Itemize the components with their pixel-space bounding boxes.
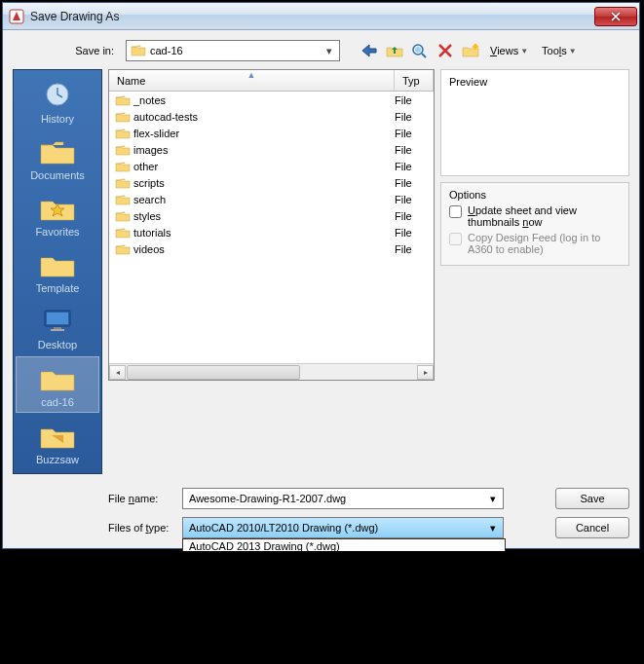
new-folder-icon[interactable] [461, 41, 480, 60]
folder-icon [115, 176, 131, 190]
list-item[interactable]: flex-sliderFile [109, 125, 434, 141]
nav-toolbar [360, 41, 480, 60]
titlebar: Save Drawing As [3, 3, 639, 30]
filetype-combo[interactable]: AutoCAD 2010/LT2010 Drawing (*.dwg) ▾ [182, 517, 504, 538]
preview-title: Preview [449, 76, 621, 88]
folder-icon [38, 134, 77, 167]
views-menu[interactable]: Views▼ [486, 45, 532, 56]
close-button[interactable] [594, 7, 637, 26]
file-type: File [395, 194, 434, 205]
col-type[interactable]: Typ [395, 70, 434, 91]
folder-icon [115, 193, 131, 206]
folder-icon [131, 44, 146, 57]
file-type: File [395, 128, 434, 139]
scroll-left-button[interactable]: ◂ [109, 365, 126, 380]
folder-icon [115, 226, 131, 240]
app-icon [9, 9, 24, 24]
file-list: Name ▲ Typ _notesFileautocad-testsFilefl… [108, 69, 435, 381]
top-row: Save in: cad-16 ▾ Views▼ Tools▼ [13, 36, 629, 69]
folder-icon [115, 209, 131, 223]
list-item[interactable]: _notesFile [109, 92, 434, 108]
folder-icon [115, 160, 131, 173]
filetype-dropdown[interactable]: AutoCAD 2013 Drawing (*.dwg)AutoCAD 2010… [182, 538, 506, 551]
file-name: flex-slider [133, 128, 395, 139]
svg-rect-8 [51, 329, 64, 331]
update-thumbnails-label: Update sheet and view thumbnails now [468, 204, 621, 228]
place-label: Documents [30, 169, 85, 181]
filetype-row: Files of type: AutoCAD 2010/LT2010 Drawi… [108, 517, 629, 538]
main-area: History Documents Favorites Template Des… [13, 69, 629, 474]
place-label: Favorites [35, 226, 79, 238]
place-buzzsaw[interactable]: Buzzsaw [16, 415, 99, 469]
folder-icon [38, 247, 77, 280]
list-item[interactable]: tutorialsFile [109, 224, 434, 240]
savein-combo[interactable]: cad-16 ▾ [126, 40, 340, 61]
tools-menu[interactable]: Tools▼ [538, 45, 581, 56]
desktop-icon [38, 304, 77, 337]
list-item[interactable]: scriptsFile [109, 174, 434, 191]
file-name: other [133, 161, 395, 172]
copy-design-feed-checkbox [449, 233, 462, 245]
list-item[interactable]: searchFile [109, 191, 434, 207]
file-name: scripts [133, 177, 395, 189]
chevron-down-icon[interactable]: ▾ [485, 522, 501, 535]
place-template[interactable]: Template [16, 243, 99, 298]
savein-label: Save in: [13, 45, 120, 56]
back-icon[interactable] [360, 41, 379, 60]
file-name: search [133, 194, 395, 205]
file-name: _notes [133, 94, 395, 106]
up-folder-icon[interactable] [385, 41, 404, 60]
place-label: cad-16 [41, 396, 74, 408]
scroll-right-button[interactable]: ▸ [417, 365, 434, 380]
col-name[interactable]: Name ▲ [109, 70, 395, 91]
place-desktop[interactable]: Desktop [16, 300, 99, 354]
filetype-option[interactable]: AutoCAD 2013 Drawing (*.dwg) [183, 539, 505, 551]
list-item[interactable]: otherFile [109, 158, 434, 174]
file-name: videos [133, 243, 395, 255]
chevron-down-icon[interactable]: ▾ [322, 45, 337, 57]
scrollbar-horizontal: ◂ ▸ [109, 363, 434, 380]
place-label: Template [36, 282, 80, 294]
list-item[interactable]: autocad-testsFile [109, 108, 434, 125]
save-dialog: Save Drawing As Save in: cad-16 ▾ Views▼… [2, 2, 640, 549]
file-name: styles [133, 210, 395, 222]
file-type: File [395, 243, 434, 255]
place-favorites[interactable]: Favorites [16, 187, 99, 241]
buzzsaw-icon [38, 419, 77, 452]
filename-label: File name: [108, 493, 174, 504]
sort-asc-icon: ▲ [247, 70, 256, 80]
search-web-icon[interactable] [410, 41, 430, 60]
copy-design-feed-label: Copy Design Feed (log in to A360 to enab… [468, 232, 621, 255]
file-type: File [395, 210, 434, 222]
options-group: Options Update sheet and view thumbnails… [440, 182, 629, 266]
filename-combo[interactable]: Awesome-Drawing-R1-2007.dwg ▾ [182, 488, 504, 509]
place-label: History [41, 113, 74, 125]
filename-value: Awesome-Drawing-R1-2007.dwg [189, 493, 485, 504]
place-cad16[interactable]: cad-16 [16, 356, 99, 413]
file-name: autocad-tests [133, 111, 395, 123]
filename-row: File name: Awesome-Drawing-R1-2007.dwg ▾… [108, 488, 629, 509]
list-item[interactable]: stylesFile [109, 207, 434, 224]
file-type: File [395, 111, 434, 123]
file-type: File [395, 177, 434, 189]
bottom-area: File name: Awesome-Drawing-R1-2007.dwg ▾… [13, 488, 629, 538]
save-button[interactable]: Save [555, 488, 629, 509]
file-type: File [395, 161, 434, 172]
delete-icon[interactable] [436, 41, 455, 60]
scroll-thumb[interactable] [127, 365, 300, 380]
savein-value: cad-16 [150, 45, 322, 56]
place-history[interactable]: History [16, 74, 99, 129]
list-item[interactable]: videosFile [109, 240, 434, 257]
chevron-down-icon[interactable]: ▾ [485, 493, 501, 505]
scroll-track[interactable] [127, 365, 416, 380]
file-type: File [395, 227, 434, 239]
list-item[interactable]: imagesFile [109, 141, 434, 158]
list-body[interactable]: _notesFileautocad-testsFileflex-sliderFi… [109, 92, 434, 363]
file-type: File [395, 144, 434, 156]
folder-icon [38, 361, 77, 394]
cancel-button[interactable]: Cancel [555, 517, 629, 538]
svg-point-2 [415, 47, 421, 53]
place-documents[interactable]: Documents [16, 130, 99, 185]
preview-group: Preview [440, 69, 629, 176]
update-thumbnails-checkbox[interactable] [449, 205, 462, 218]
